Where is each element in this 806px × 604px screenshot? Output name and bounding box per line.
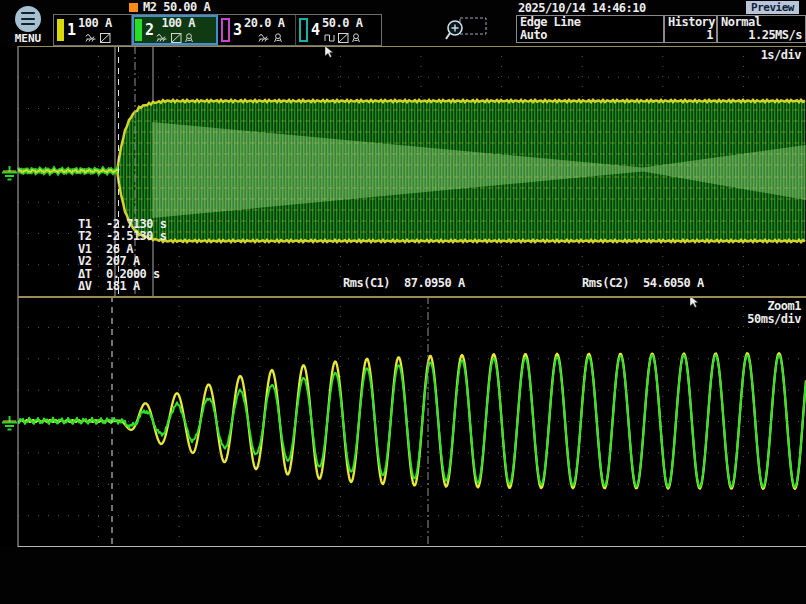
zoom-timebase-label: 50ms/div — [747, 312, 801, 326]
channel-3-number: 3 — [233, 21, 242, 39]
ground-marker[interactable] — [2, 416, 17, 430]
zoom-window-name: Zoom1 — [767, 299, 801, 313]
top-status-strip: M2 50.00 A 2025/10/14 14:46:10 Preview — [0, 0, 806, 14]
channel-1-number: 1 — [67, 21, 76, 39]
rms-c2-readout: Rms(C2) 54.6050 A — [582, 276, 704, 290]
measure-row: ΔV181 A — [78, 280, 167, 292]
acquisition-box[interactable]: Normal 1.25MS/s — [717, 15, 806, 43]
ground-marker[interactable] — [2, 166, 17, 180]
channel-1-range: 100 A — [78, 17, 112, 29]
channel-1-box[interactable]: 1 100 A — [54, 15, 132, 45]
trigger-mode: Auto — [520, 29, 660, 42]
ac-coupling-icon — [156, 33, 169, 43]
trigger-level-readout: M2 50.00 A — [129, 0, 210, 14]
menu-label: MENU — [8, 32, 48, 45]
datetime: 2025/10/14 14:46:10 — [518, 1, 646, 15]
channel-4-box[interactable]: 4 50.0 A — [296, 15, 381, 45]
measure-row: T2-2.5130 s — [78, 230, 167, 242]
probe-icon — [184, 33, 194, 43]
channel-3-range: 20.0 A — [244, 17, 284, 29]
probe-icon — [273, 33, 283, 43]
channel-2-number: 2 — [145, 21, 154, 39]
waveform-display-area: 1s/div Zoom1 50ms/div T1-2.7130 s T2-2.5… — [0, 46, 806, 547]
bandwidth-icon — [338, 33, 349, 43]
position-marker-icon — [325, 46, 333, 57]
channel-4-number: 4 — [311, 21, 320, 39]
ac-coupling-icon — [85, 33, 98, 43]
bandwidth-icon — [171, 33, 182, 43]
trigger-marker-icon — [129, 3, 138, 12]
measure-row: V2207 A — [78, 255, 167, 267]
channel-3-box[interactable]: 3 20.0 A — [218, 15, 296, 45]
sample-rate: 1.25MS/s — [721, 29, 802, 42]
history-value: 1 — [668, 29, 713, 42]
ac-coupling-icon — [258, 33, 271, 43]
probe-icon — [351, 33, 361, 43]
cursor-measurement-readout: T1-2.7130 s T2-2.5130 s V126 A V2207 A Δ… — [78, 218, 167, 292]
channel-4-range: 50.0 A — [322, 17, 362, 29]
history-box[interactable]: History 1 — [664, 15, 717, 43]
channel-1-color-bar — [57, 19, 64, 41]
channel-3-color-bar — [221, 18, 230, 42]
zoom1-waveform-window — [0, 296, 806, 547]
zoom-search-icon — [444, 15, 490, 43]
trigger-level-text: M2 50.00 A — [143, 0, 210, 14]
channel-4-color-bar — [299, 18, 308, 42]
dc-coupling-icon — [324, 33, 336, 43]
hamburger-icon — [15, 6, 41, 32]
oscilloscope-screen: M2 50.00 A 2025/10/14 14:46:10 Preview M… — [0, 0, 806, 604]
channel-2-box[interactable]: 2 100 A — [132, 15, 218, 45]
zoom-search-tool[interactable] — [444, 15, 490, 43]
menu-button[interactable]: MENU — [8, 6, 48, 45]
bandwidth-icon — [100, 33, 111, 43]
preview-button[interactable]: Preview — [746, 1, 799, 14]
channel-2-range: 100 A — [161, 17, 195, 29]
channel-2-color-bar — [135, 19, 142, 41]
rms-c1-readout: Rms(C1) 87.0950 A — [343, 276, 465, 290]
trigger-settings-box[interactable]: Edge Line Auto — [516, 15, 664, 43]
main-timebase-label: 1s/div — [761, 48, 801, 62]
channel-group: 1 100 A 2 100 A 3 — [53, 14, 382, 46]
